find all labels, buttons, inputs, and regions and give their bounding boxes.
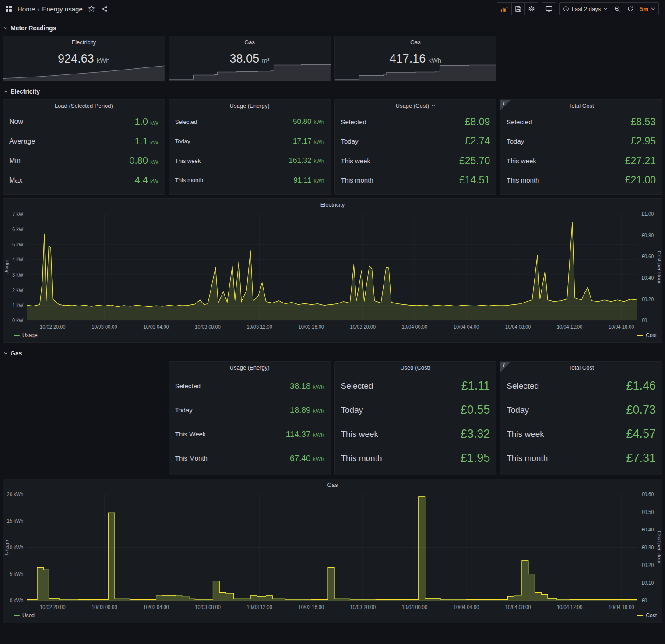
stat-row: This Month 67.40kWh <box>175 454 324 463</box>
meter-unit: m³ <box>262 56 270 64</box>
panel-title[interactable]: Usage (Energy) <box>169 362 331 373</box>
stat-label: Max <box>9 176 22 184</box>
stat-label: Average <box>9 137 35 145</box>
stat-value: £1.11 <box>461 379 490 393</box>
stat-value: £2.74 <box>465 135 490 147</box>
stat-row: Min 0.80kW <box>9 155 158 166</box>
empty-slot <box>3 361 165 475</box>
row-header-meter-readings[interactable]: Meter Readings <box>0 25 665 32</box>
svg-text:3 kW: 3 kW <box>12 272 23 278</box>
stat-row: This month £21.00 <box>507 174 656 186</box>
svg-text:£0.20: £0.20 <box>642 296 654 302</box>
panel-title-text: Usage (Cost) <box>396 102 429 109</box>
panel-title[interactable]: Gas <box>169 36 331 48</box>
stat-row: Selected 50.80kWh <box>175 117 324 126</box>
save-icon <box>515 6 521 12</box>
star-icon[interactable] <box>87 4 96 13</box>
legend-item-usage[interactable]: Usage <box>14 332 38 338</box>
svg-text:£0.50: £0.50 <box>642 509 654 514</box>
zoom-out-icon <box>614 6 621 12</box>
svg-text:10/02 20:00: 10/02 20:00 <box>40 324 65 329</box>
row-header-electricity[interactable]: Electricity <box>0 88 665 95</box>
panel-gas-chart: Gas 0 kWh5 kWh10 kWh15 kWh20 kWh£0£0.10£… <box>3 479 662 623</box>
time-range-label: Last 2 days <box>572 6 601 12</box>
zoom-out-button[interactable] <box>611 2 624 15</box>
svg-text:4 kW: 4 kW <box>12 257 23 262</box>
save-dashboard-button[interactable] <box>511 2 525 15</box>
panel-info-corner[interactable] <box>500 362 511 372</box>
stat-row: Selected £8.53 <box>507 116 656 128</box>
panel-title[interactable]: Total Cost <box>500 100 662 111</box>
panel-title[interactable]: Used (Cost) <box>335 362 496 373</box>
stat-value: £3.32 <box>461 427 490 441</box>
apps-grid-icon[interactable] <box>4 4 13 13</box>
legend-item-cost[interactable]: Cost <box>637 332 657 338</box>
panel-title[interactable]: Load (Selected Period) <box>3 100 165 111</box>
stat-value: 4.4 <box>134 175 148 186</box>
stat-label: This month <box>507 454 548 463</box>
electricity-timeseries-chart[interactable]: 0 kW1 kW2 kW3 kW4 kW5 kW6 kW7 kW£0£0.20£… <box>3 210 662 331</box>
meter-value: 417.16kWh <box>335 52 496 66</box>
svg-text:10 kWh: 10 kWh <box>7 545 24 550</box>
time-range-picker[interactable]: Last 2 days <box>559 2 612 15</box>
meter-number: 38.05 <box>230 52 260 65</box>
panel-title[interactable]: Electricity <box>3 199 662 210</box>
stat-value: 17.17 <box>293 137 312 146</box>
breadcrumb-page: Energy usage <box>42 5 83 13</box>
add-panel-button[interactable] <box>497 2 512 15</box>
svg-text:£0: £0 <box>642 318 647 323</box>
svg-text:£0.30: £0.30 <box>642 545 654 550</box>
svg-text:£0.10: £0.10 <box>642 580 654 585</box>
panel-gas-total-cost: i Total Cost Selected £1.46 Today £0.73 … <box>500 361 662 475</box>
svg-text:Usage: Usage <box>4 260 9 275</box>
stat-row: Now 1.0kW <box>9 116 158 127</box>
chevron-down-icon <box>431 104 435 107</box>
breadcrumb: Home / Energy usage <box>18 5 83 13</box>
panel-info-corner[interactable] <box>500 100 511 110</box>
row-title: Electricity <box>11 88 40 95</box>
stat-label: This month <box>341 176 373 184</box>
breadcrumb-home[interactable]: Home <box>18 5 35 13</box>
stat-label: This week <box>507 429 544 439</box>
stat-row: Today £2.95 <box>507 135 656 147</box>
dashboard-settings-button[interactable] <box>524 2 538 15</box>
row-header-gas[interactable]: Gas <box>0 350 665 357</box>
gas-timeseries-chart[interactable]: 0 kWh5 kWh10 kWh15 kWh20 kWh£0£0.10£0.20… <box>3 490 662 611</box>
legend-item-used[interactable]: Used <box>14 612 35 619</box>
svg-text:£1.00: £1.00 <box>642 211 654 217</box>
panel-title[interactable]: Usage (Cost) <box>335 100 496 111</box>
stat-label: Now <box>9 118 23 126</box>
legend-item-cost[interactable]: Cost <box>637 612 657 619</box>
legend-label: Cost <box>646 612 657 619</box>
stat-value: 67.40 <box>290 454 311 463</box>
share-icon[interactable] <box>100 5 109 13</box>
refresh-button[interactable] <box>624 2 637 15</box>
refresh-interval-picker[interactable]: 5m <box>637 2 659 15</box>
svg-text:10/03 04:00: 10/03 04:00 <box>143 604 169 609</box>
panel-electricity-usage-cost: Usage (Cost) Selected £8.09 Today £2.74 … <box>334 99 497 195</box>
stat-unit: kW <box>150 139 158 146</box>
panel-title[interactable]: Gas <box>3 479 662 490</box>
stat-row: This month £7.31 <box>507 451 656 465</box>
panel-title[interactable]: Electricity <box>3 36 165 48</box>
meter-unit: kWh <box>97 56 110 64</box>
panel-title[interactable]: Total Cost <box>500 362 662 373</box>
stat-value: 1.1 <box>134 136 148 147</box>
stat-value: £4.57 <box>626 427 656 441</box>
svg-text:10/04 16:00: 10/04 16:00 <box>609 324 634 329</box>
row-title: Meter Readings <box>11 25 56 32</box>
chart-legend: Usage Cost <box>3 331 662 342</box>
tv-mode-button[interactable] <box>542 2 556 15</box>
panel-title[interactable]: Usage (Energy) <box>169 100 331 111</box>
stat-value: £8.09 <box>465 116 490 128</box>
stat-unit: kWh <box>314 119 324 125</box>
stat-row: This week 161.32kWh <box>175 156 324 165</box>
stat-row: This week £4.57 <box>507 427 656 441</box>
panel-title[interactable]: Gas <box>335 36 496 48</box>
stat-unit: kWh <box>313 432 324 438</box>
stat-label: This week <box>341 429 379 439</box>
stat-label: Today <box>175 138 190 144</box>
svg-text:15 kWh: 15 kWh <box>7 518 24 524</box>
stat-row: This week £25.70 <box>341 155 490 167</box>
stat-value: £2.95 <box>630 135 656 147</box>
